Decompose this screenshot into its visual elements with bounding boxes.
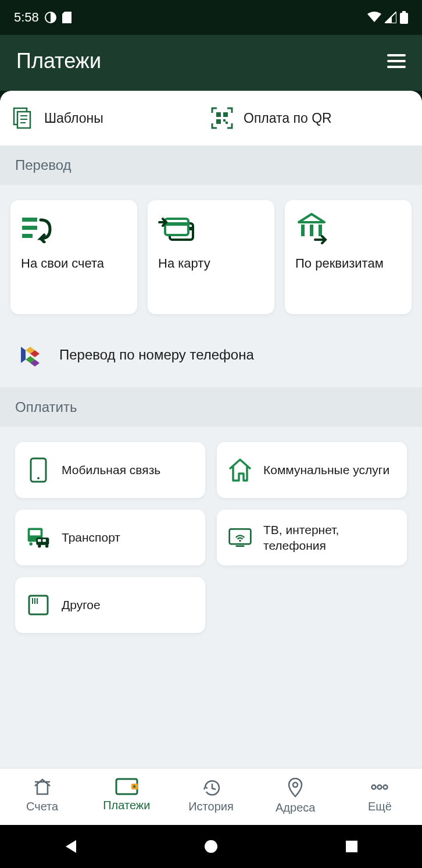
mobile-icon bbox=[26, 457, 51, 483]
transfer-cards: На свои счета На карту По реквизитам bbox=[0, 185, 422, 329]
nav-payments-label: Платежи bbox=[103, 799, 150, 812]
svg-point-47 bbox=[384, 785, 388, 789]
qr-label: Оплата по QR bbox=[244, 111, 332, 126]
bottom-nav: Счета Платежи История Адреса Ещё bbox=[0, 768, 422, 825]
svg-point-46 bbox=[378, 785, 382, 789]
svg-rect-11 bbox=[223, 119, 226, 122]
svg-point-36 bbox=[239, 540, 241, 542]
svg-rect-15 bbox=[22, 234, 33, 238]
battery-icon bbox=[400, 11, 408, 24]
pay-mobile[interactable]: Мобильная связь bbox=[15, 442, 205, 498]
templates-button[interactable]: Шаблоны bbox=[12, 107, 211, 129]
status-left: 5:58 bbox=[14, 10, 71, 25]
own-accounts-icon bbox=[21, 214, 127, 243]
transfer-to-card[interactable]: На карту bbox=[148, 200, 274, 314]
android-home[interactable] bbox=[203, 839, 219, 854]
svg-rect-12 bbox=[226, 122, 228, 124]
menu-icon[interactable] bbox=[387, 54, 406, 68]
nav-accounts[interactable]: Счета bbox=[0, 778, 84, 814]
nav-more[interactable]: Ещё bbox=[338, 778, 422, 814]
svg-rect-8 bbox=[216, 112, 221, 117]
pay-section-title: Оплатить bbox=[0, 387, 422, 427]
top-actions: Шаблоны Оплата по QR bbox=[0, 91, 422, 145]
transport-label: Транспорт bbox=[62, 529, 120, 545]
nav-history-label: История bbox=[188, 800, 234, 813]
content: Шаблоны Оплата по QR Перевод На свои сче… bbox=[0, 91, 422, 768]
signal-icon bbox=[385, 12, 396, 23]
status-bar: 5:58 bbox=[0, 0, 422, 35]
nav-more-label: Ещё bbox=[368, 800, 392, 813]
svg-rect-9 bbox=[223, 112, 228, 117]
svg-rect-20 bbox=[301, 225, 305, 236]
svg-rect-10 bbox=[216, 119, 221, 124]
transport-icon bbox=[26, 525, 51, 550]
svg-point-48 bbox=[205, 840, 217, 853]
status-icon-1 bbox=[45, 12, 56, 23]
svg-rect-26 bbox=[30, 530, 40, 535]
svg-point-43 bbox=[133, 785, 135, 788]
nav-accounts-label: Счета bbox=[26, 800, 58, 813]
nav-addresses[interactable]: Адреса bbox=[253, 778, 338, 814]
pay-transport[interactable]: Транспорт bbox=[15, 510, 205, 565]
own-accounts-label: На свои счета bbox=[21, 256, 127, 271]
svg-rect-2 bbox=[402, 11, 406, 13]
status-time: 5:58 bbox=[14, 10, 39, 25]
phone-transfer-button[interactable]: Перевод по номеру телефона bbox=[0, 329, 422, 387]
svg-rect-13 bbox=[22, 218, 37, 222]
nav-payments[interactable]: Платежи bbox=[84, 778, 169, 814]
pay-other[interactable]: Другое bbox=[15, 577, 205, 633]
svg-rect-14 bbox=[22, 226, 37, 230]
svg-rect-30 bbox=[38, 539, 41, 542]
svg-rect-19 bbox=[165, 222, 188, 226]
house-icon bbox=[227, 457, 253, 483]
other-icon bbox=[26, 592, 51, 618]
card-label: На карту bbox=[158, 256, 264, 271]
svg-rect-22 bbox=[319, 225, 322, 236]
transfer-own-accounts[interactable]: На свои счета bbox=[10, 200, 137, 314]
android-back[interactable] bbox=[63, 839, 77, 854]
mobile-label: Мобильная связь bbox=[62, 462, 160, 478]
svg-rect-37 bbox=[29, 596, 48, 614]
svg-point-45 bbox=[372, 785, 376, 789]
utilities-label: Коммунальные услуги bbox=[263, 462, 389, 478]
templates-label: Шаблоны bbox=[44, 111, 103, 126]
home-icon bbox=[33, 778, 52, 796]
pay-utilities[interactable]: Коммунальные услуги bbox=[217, 442, 407, 498]
sbp-icon bbox=[19, 341, 43, 369]
svg-rect-21 bbox=[310, 225, 313, 236]
android-nav bbox=[0, 825, 422, 868]
requisites-label: По реквизитам bbox=[295, 256, 401, 271]
app-header: Платежи bbox=[0, 35, 422, 91]
tv-label: ТВ, интернет, телефония bbox=[263, 522, 396, 554]
wifi-icon bbox=[367, 12, 381, 23]
more-icon bbox=[370, 778, 389, 796]
sd-card-icon bbox=[62, 12, 71, 23]
tv-icon bbox=[227, 525, 253, 550]
templates-icon bbox=[12, 107, 34, 129]
svg-point-44 bbox=[293, 782, 298, 787]
transfer-by-requisites[interactable]: По реквизитам bbox=[285, 200, 412, 314]
transfer-section-title: Перевод bbox=[0, 145, 422, 185]
status-right bbox=[367, 11, 408, 24]
svg-point-24 bbox=[37, 477, 40, 479]
nav-history[interactable]: История bbox=[169, 778, 253, 814]
pay-tv-internet[interactable]: ТВ, интернет, телефония bbox=[217, 510, 407, 565]
page-title: Платежи bbox=[16, 49, 101, 73]
wallet-icon bbox=[115, 778, 138, 795]
other-label: Другое bbox=[62, 597, 101, 613]
svg-point-33 bbox=[45, 545, 49, 548]
svg-rect-18 bbox=[165, 219, 188, 235]
svg-rect-49 bbox=[346, 841, 357, 852]
svg-rect-31 bbox=[42, 539, 45, 542]
svg-point-32 bbox=[38, 545, 41, 548]
card-icon bbox=[158, 214, 264, 243]
history-icon bbox=[202, 778, 220, 796]
android-recent[interactable] bbox=[345, 839, 359, 853]
svg-point-27 bbox=[29, 542, 33, 546]
qr-pay-button[interactable]: Оплата по QR bbox=[211, 107, 410, 129]
svg-rect-1 bbox=[400, 13, 408, 24]
pay-grid: Мобильная связь Коммунальные услуги Тран… bbox=[0, 427, 422, 648]
qr-icon bbox=[211, 107, 233, 129]
bank-icon bbox=[295, 214, 401, 243]
phone-transfer-label: Перевод по номеру телефона bbox=[59, 347, 254, 363]
